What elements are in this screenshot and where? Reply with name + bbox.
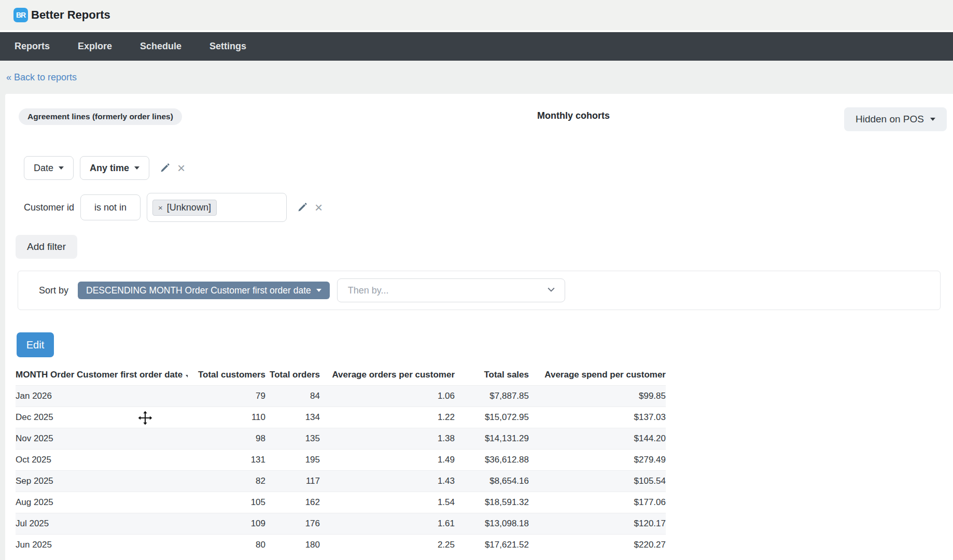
primary-sort-label: DESCENDING MONTH Order Customer first or… bbox=[86, 285, 311, 296]
column-header-avg-spend[interactable]: Average spend per customer bbox=[529, 365, 666, 386]
cell-total-customers: 131 bbox=[188, 450, 265, 471]
then-by-placeholder: Then by... bbox=[348, 285, 389, 296]
pos-visibility-dropdown[interactable]: Hidden on POS bbox=[844, 107, 947, 131]
cell-avg-spend: $144.20 bbox=[529, 428, 666, 450]
table-row: Dec 2025 110 134 1.22 $15,072.95 $137.03 bbox=[16, 407, 666, 428]
chevron-down-icon bbox=[134, 166, 139, 170]
remove-customer-filter-button[interactable]: × bbox=[315, 202, 323, 213]
cell-total-orders: 176 bbox=[265, 513, 320, 535]
pencil-icon bbox=[160, 163, 170, 173]
chevron-down-icon bbox=[316, 289, 321, 292]
add-filter-button[interactable]: Add filter bbox=[16, 235, 77, 259]
primary-sort-pill[interactable]: DESCENDING MONTH Order Customer first or… bbox=[78, 282, 330, 299]
cell-total-customers: 79 bbox=[188, 386, 265, 407]
table-body: Jan 2026 79 84 1.06 $7,887.85 $99.85 Dec… bbox=[16, 386, 666, 556]
sort-by-label: Sort by bbox=[39, 285, 68, 296]
nav-item-explore[interactable]: Explore bbox=[78, 41, 112, 52]
cell-avg-spend: $99.85 bbox=[529, 386, 666, 407]
cell-avg-orders: 1.43 bbox=[320, 471, 455, 492]
cell-total-orders: 135 bbox=[265, 428, 320, 450]
app-header: BR Better Reports bbox=[0, 0, 953, 32]
app-title: Better Reports bbox=[31, 8, 110, 22]
cell-avg-spend: $220.27 bbox=[529, 535, 666, 556]
cell-month: Aug 2025 bbox=[16, 492, 188, 513]
cell-total-customers: 110 bbox=[188, 407, 265, 428]
cell-total-customers: 82 bbox=[188, 471, 265, 492]
cell-total-sales: $13,098.18 bbox=[455, 513, 529, 535]
cell-avg-orders: 1.49 bbox=[320, 450, 455, 471]
then-by-select[interactable]: Then by... bbox=[337, 278, 565, 302]
cell-month: Jan 2026 bbox=[16, 386, 188, 407]
cell-total-sales: $18,591.32 bbox=[455, 492, 529, 513]
nav-item-settings[interactable]: Settings bbox=[209, 41, 246, 52]
cell-avg-orders: 1.22 bbox=[320, 407, 455, 428]
column-header-avg-orders[interactable]: Average orders per customer bbox=[320, 365, 455, 386]
cell-total-orders: 84 bbox=[265, 386, 320, 407]
remove-tag-icon[interactable]: × bbox=[158, 203, 163, 212]
edit-customer-filter-button[interactable] bbox=[297, 202, 307, 213]
cell-total-customers: 98 bbox=[188, 428, 265, 450]
customer-id-field-label: Customer id bbox=[24, 202, 74, 213]
cell-total-customers: 105 bbox=[188, 492, 265, 513]
pencil-icon bbox=[297, 202, 307, 213]
cell-avg-spend: $120.17 bbox=[529, 513, 666, 535]
cell-avg-spend: $279.49 bbox=[529, 450, 666, 471]
column-header-month[interactable]: MONTH Order Customer first order date bbox=[16, 365, 188, 386]
pos-visibility-label: Hidden on POS bbox=[856, 114, 924, 125]
cell-total-sales: $17,621.52 bbox=[455, 535, 529, 556]
nav-item-reports[interactable]: Reports bbox=[15, 41, 50, 52]
cell-month: Oct 2025 bbox=[16, 450, 188, 471]
table-row: Nov 2025 98 135 1.38 $14,131.29 $144.20 bbox=[16, 428, 666, 450]
date-field-label: Date bbox=[34, 163, 53, 174]
cell-total-customers: 80 bbox=[188, 535, 265, 556]
back-to-reports-link[interactable]: « Back to reports bbox=[6, 72, 77, 83]
report-card: Agreement lines (formerly order lines) M… bbox=[5, 94, 953, 560]
cell-month: Sep 2025 bbox=[16, 471, 188, 492]
table-row: Jun 2025 80 180 2.25 $17,621.52 $220.27 bbox=[16, 535, 666, 556]
date-field-dropdown[interactable]: Date bbox=[24, 156, 74, 180]
table-row: Jul 2025 109 176 1.61 $13,098.18 $120.17 bbox=[16, 513, 666, 535]
table-row: Aug 2025 105 162 1.54 $18,591.32 $177.06 bbox=[16, 492, 666, 513]
column-header-total-customers[interactable]: Total customers bbox=[188, 365, 265, 386]
operator-label: is not in bbox=[94, 202, 127, 213]
main-nav: Reports Explore Schedule Settings bbox=[0, 32, 953, 61]
edit-report-button[interactable]: Edit bbox=[17, 332, 54, 357]
cell-total-orders: 134 bbox=[265, 407, 320, 428]
customer-id-operator-box[interactable]: is not in bbox=[80, 194, 141, 220]
customer-id-value-input[interactable]: × [Unknown] bbox=[147, 193, 287, 222]
cell-avg-orders: 2.25 bbox=[320, 535, 455, 556]
cell-avg-orders: 1.61 bbox=[320, 513, 455, 535]
cell-total-sales: $8,654.16 bbox=[455, 471, 529, 492]
data-source-badge: Agreement lines (formerly order lines) bbox=[19, 108, 182, 125]
date-value-dropdown[interactable]: Any time bbox=[80, 156, 149, 180]
report-title: Monthly cohorts bbox=[537, 110, 610, 121]
cell-month: Dec 2025 bbox=[16, 407, 188, 428]
table-row: Sep 2025 82 117 1.43 $8,654.16 $105.54 bbox=[16, 471, 666, 492]
remove-date-filter-button[interactable]: × bbox=[177, 163, 185, 173]
chevron-down-icon bbox=[59, 166, 64, 170]
cell-month: Nov 2025 bbox=[16, 428, 188, 450]
cell-avg-orders: 1.54 bbox=[320, 492, 455, 513]
filter-row-date: Date Any time × bbox=[24, 156, 943, 180]
cell-avg-spend: $137.03 bbox=[529, 407, 666, 428]
chevron-down-icon bbox=[930, 118, 935, 121]
tag-value-label: [Unknown] bbox=[167, 202, 211, 213]
nav-item-schedule[interactable]: Schedule bbox=[140, 41, 181, 52]
cell-total-orders: 180 bbox=[265, 535, 320, 556]
cell-avg-spend: $177.06 bbox=[529, 492, 666, 513]
column-header-total-orders[interactable]: Total orders bbox=[265, 365, 320, 386]
sort-section: Sort by DESCENDING MONTH Order Customer … bbox=[18, 271, 941, 310]
cell-month: Jun 2025 bbox=[16, 535, 188, 556]
sort-desc-icon bbox=[186, 375, 188, 377]
chevron-down-icon bbox=[546, 284, 556, 297]
column-header-total-sales[interactable]: Total sales bbox=[455, 365, 529, 386]
cell-avg-orders: 1.38 bbox=[320, 428, 455, 450]
table-row: Oct 2025 131 195 1.49 $36,612.88 $279.49 bbox=[16, 450, 666, 471]
app-logo-icon: BR bbox=[13, 8, 28, 22]
cell-total-customers: 109 bbox=[188, 513, 265, 535]
cell-total-orders: 117 bbox=[265, 471, 320, 492]
cell-total-orders: 195 bbox=[265, 450, 320, 471]
cell-total-orders: 162 bbox=[265, 492, 320, 513]
cell-total-sales: $36,612.88 bbox=[455, 450, 529, 471]
edit-date-filter-button[interactable] bbox=[160, 163, 170, 173]
